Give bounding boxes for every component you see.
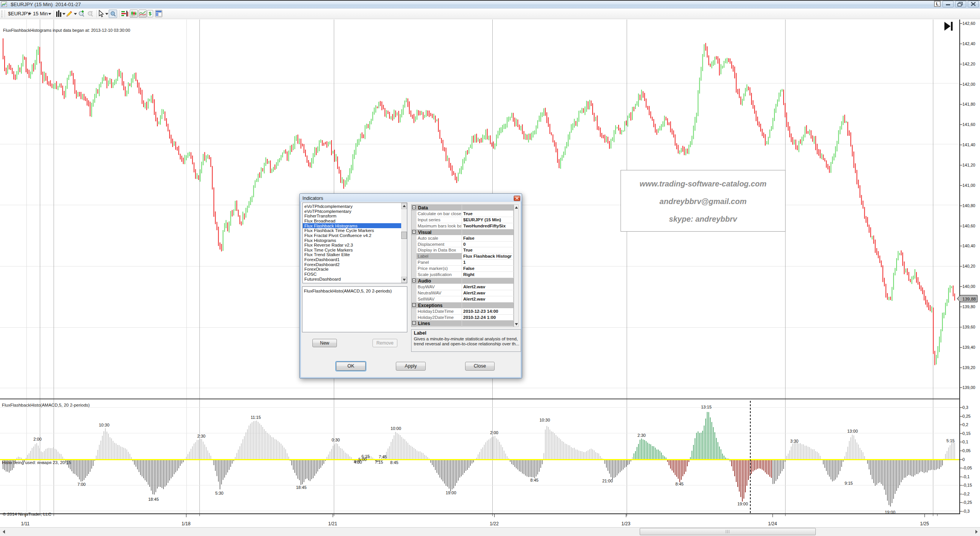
svg-text:139,88: 139,88 — [962, 297, 976, 301]
